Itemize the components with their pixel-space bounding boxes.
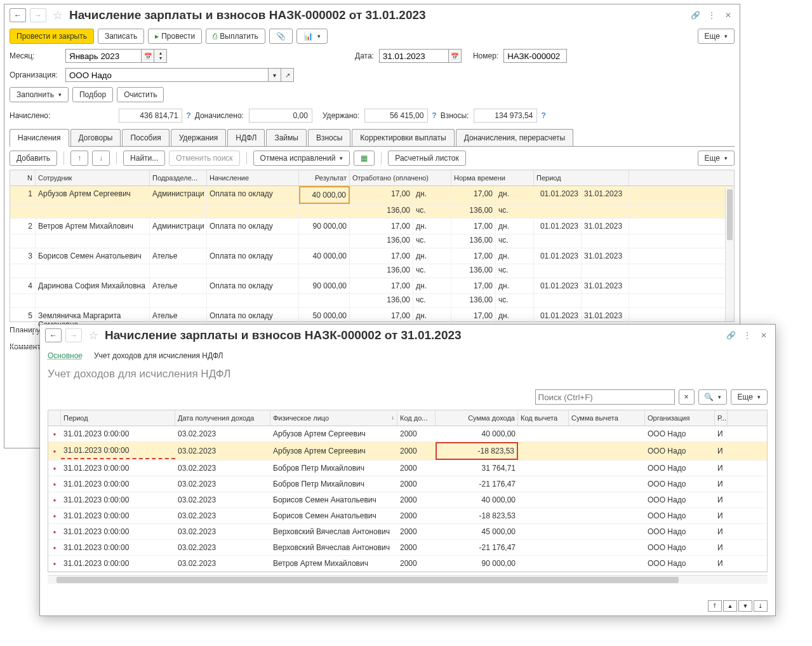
table-row-sub[interactable]: 136,00чс.136,00чс. [10, 234, 734, 248]
help-icon-2[interactable]: ? [432, 111, 436, 120]
back-button[interactable]: ← [10, 8, 26, 22]
table-row[interactable]: ●31.01.2023 0:00:0003.02.2023Бобров Петр… [48, 461, 767, 476]
col-deduct-sum[interactable]: Сумма вычета [569, 410, 645, 426]
page-down-button[interactable]: ▼ [738, 600, 752, 612]
table-row[interactable]: 3Борисов Семен АнатольевичАтельеОплата п… [10, 248, 734, 264]
find-button[interactable]: Найти... [123, 151, 165, 166]
org-open-icon[interactable]: ↗ [281, 68, 294, 82]
post-and-close-button[interactable]: Провести и закрыть [10, 29, 94, 44]
help-icon-3[interactable]: ? [541, 111, 545, 120]
fill-button[interactable]: Заполнить [10, 87, 69, 102]
attach-button[interactable]: 📎 [269, 29, 293, 44]
cancel-search-button[interactable]: Отменить поиск [169, 151, 239, 166]
col-norm[interactable]: Норма времени [451, 170, 534, 185]
search-input[interactable] [535, 389, 675, 405]
forward-button-2[interactable]: → [65, 328, 82, 342]
tab-7[interactable]: Корректировки выплаты [352, 129, 454, 146]
col-result[interactable]: Результат [299, 170, 350, 185]
add-button[interactable]: Добавить [10, 151, 57, 166]
cancel-fix-button[interactable]: Отмена исправлений [253, 151, 350, 166]
col-person[interactable]: Физическое лицо↓ [270, 410, 397, 426]
col-worked[interactable]: Отработано (оплачено) [350, 170, 451, 185]
table-row[interactable]: ●31.01.2023 0:00:0003.02.2023Борисов Сем… [48, 492, 767, 508]
table-row[interactable]: ●31.01.2023 0:00:0003.02.2023Арбузов Арт… [48, 426, 767, 442]
col-employee[interactable]: Сотрудник [36, 170, 150, 185]
col-department[interactable]: Подразделе... [150, 170, 207, 185]
tab-main[interactable]: Основное [48, 351, 83, 360]
col-r[interactable]: Р... [715, 410, 728, 426]
tab-4[interactable]: НДФЛ [227, 129, 265, 146]
payslip-button[interactable]: Расчетный листок [388, 151, 465, 166]
table-row[interactable]: ●31.01.2023 0:00:0003.02.2023Ветров Арте… [48, 556, 767, 572]
pay-button[interactable]: ⎙Выплатить [206, 29, 265, 44]
col-income-date[interactable]: Дата получения дохода [175, 410, 270, 426]
table-row[interactable]: ●31.01.2023 0:00:0003.02.2023Бобров Петр… [48, 476, 767, 492]
back-button-2[interactable]: ← [45, 328, 62, 342]
vertical-scrollbar[interactable] [725, 188, 734, 321]
date-calendar-icon[interactable]: 📅 [449, 49, 462, 63]
date-input[interactable] [379, 49, 449, 63]
table-row[interactable]: ●31.01.2023 0:00:0003.02.2023Арбузов Арт… [48, 442, 767, 461]
favorite-icon[interactable]: ☆ [53, 8, 63, 22]
tab-5[interactable]: Займы [266, 129, 307, 146]
table-row-sub[interactable]: 136,00чс.136,00чс. [10, 294, 734, 308]
menu-icon[interactable]: ⋮ [705, 9, 718, 22]
col-period[interactable]: Период [534, 170, 629, 185]
table-row[interactable]: ●31.01.2023 0:00:0003.02.2023Борисов Сем… [48, 508, 767, 524]
tab-2[interactable]: Пособия [122, 129, 169, 146]
accruals-grid[interactable]: N Сотрудник Подразделе... Начисление Рез… [10, 170, 735, 322]
tab-3[interactable]: Удержания [171, 129, 227, 146]
move-up-button[interactable]: ↑ [70, 151, 88, 166]
month-spinner[interactable]: ▴▾ [154, 49, 167, 63]
search-mode-button[interactable]: 🔍 [698, 389, 727, 405]
table-row-sub[interactable]: 136,00чс.136,00чс. [10, 205, 734, 219]
calendar-icon[interactable]: 📅 [142, 49, 154, 63]
favorite-icon-2[interactable]: ☆ [88, 328, 98, 342]
link-icon-2[interactable]: 🔗 [724, 329, 737, 342]
tab-0[interactable]: Начисления [10, 129, 69, 147]
col-accrual[interactable]: Начисление [207, 170, 299, 185]
save-button[interactable]: Записать [98, 29, 144, 44]
col-org[interactable]: Организация [645, 410, 715, 426]
table-row[interactable]: 4Даринова София МихайловнаАтельеОплата п… [10, 278, 734, 294]
col-income-code[interactable]: Код до... [397, 410, 436, 426]
tab-6[interactable]: Взносы [308, 129, 350, 146]
tab-8[interactable]: Доначисления, перерасчеты [456, 129, 573, 146]
show-details-button[interactable]: ▦ [354, 151, 375, 166]
reports-button[interactable]: 📊 [296, 29, 328, 44]
number-input[interactable] [503, 49, 567, 63]
col-period[interactable]: Период [61, 410, 175, 426]
help-icon[interactable]: ? [186, 111, 190, 120]
org-dropdown-icon[interactable]: ▾ [269, 68, 281, 82]
grid-more-button[interactable]: Еще [698, 151, 735, 166]
menu-icon-2[interactable]: ⋮ [741, 329, 754, 342]
close-icon-2[interactable]: ✕ [757, 329, 770, 342]
forward-button[interactable]: → [30, 8, 46, 22]
table-row[interactable]: 2Ветров Артем МихайловичАдминистрациОпла… [10, 219, 734, 234]
income-grid[interactable]: Период Дата получения дохода Физическое … [48, 410, 768, 572]
more-button[interactable]: Еще [698, 29, 735, 44]
page-last-button[interactable]: ⤓ [754, 600, 768, 612]
post-button[interactable]: ▸Провести [148, 29, 202, 44]
page-up-button[interactable]: ▲ [723, 600, 737, 612]
move-down-button[interactable]: ↓ [92, 151, 110, 166]
table-row[interactable]: 1Арбузов Артем СергеевичАдминистрациОпла… [10, 186, 734, 205]
select-button[interactable]: Подбор [72, 87, 113, 102]
col-income-sum[interactable]: Сумма дохода [436, 410, 518, 426]
col-n[interactable]: N [10, 170, 36, 185]
table-row[interactable]: ●31.01.2023 0:00:0003.02.2023Верховский … [48, 524, 767, 540]
horizontal-scrollbar[interactable] [48, 575, 768, 584]
col-deduct-code[interactable]: Код вычета [518, 410, 569, 426]
org-input[interactable] [65, 68, 269, 82]
clear-button[interactable]: Очистить [117, 87, 164, 102]
month-input[interactable] [65, 49, 142, 63]
tab-ndfl[interactable]: Учет доходов для исчисления НДФЛ [94, 351, 223, 360]
clear-search-button[interactable]: × [679, 389, 695, 405]
link-icon[interactable]: 🔗 [689, 9, 702, 22]
table-row-sub[interactable]: 136,00чс.136,00чс. [10, 264, 734, 278]
more-button-2[interactable]: Еще [731, 389, 768, 405]
close-icon[interactable]: ✕ [722, 9, 735, 22]
tab-1[interactable]: Договоры [70, 129, 121, 146]
page-first-button[interactable]: ⤒ [708, 600, 722, 612]
table-row[interactable]: ●31.01.2023 0:00:0003.02.2023Верховский … [48, 540, 767, 556]
